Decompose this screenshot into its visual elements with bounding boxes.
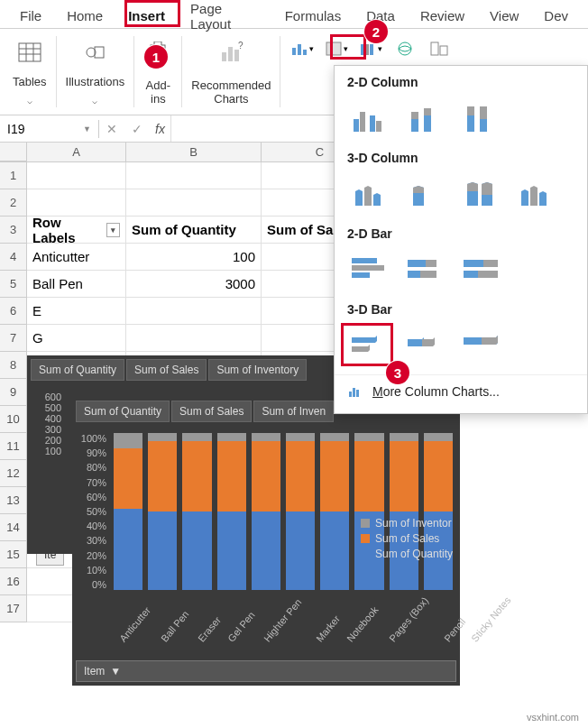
3d-stacked-bar-thumb[interactable] <box>403 327 448 364</box>
row-header[interactable]: 11 <box>0 433 27 460</box>
legend-button-sales[interactable]: Sum of Sales <box>126 359 207 381</box>
addins-label: Add- ins <box>146 78 170 106</box>
tick: 80% <box>76 462 106 473</box>
pivot-chart-2[interactable]: Sum of Quantity Sum of Sales Sum of Inve… <box>72 397 460 686</box>
pivot-chart-button[interactable] <box>427 38 452 60</box>
formula-cancel[interactable]: ✕ <box>99 122 124 136</box>
tab-page-layout[interactable]: Page Layout <box>178 0 272 35</box>
tab-view[interactable]: View <box>477 5 531 27</box>
clustered-bar-thumb[interactable] <box>347 252 392 288</box>
3d-clustered-column-thumb[interactable] <box>347 176 392 212</box>
cell[interactable] <box>126 298 262 325</box>
bar-segment <box>252 441 280 511</box>
cell[interactable]: E <box>27 298 126 325</box>
cell[interactable]: Anticutter <box>27 244 126 271</box>
3d-column-thumb[interactable] <box>515 176 560 212</box>
3d-100-stacked-column-thumb[interactable] <box>459 176 504 212</box>
tab-formulas[interactable]: Formulas <box>272 5 354 27</box>
3d-100-stacked-bar-thumb[interactable] <box>459 327 504 364</box>
fx-label[interactable]: fx <box>150 122 170 136</box>
col-header-b[interactable]: B <box>126 143 262 161</box>
legend-button-qty[interactable]: Sum of Quantity <box>76 401 170 422</box>
cell[interactable] <box>126 189 262 217</box>
cell[interactable]: G <box>27 325 126 352</box>
label: Row Labels <box>32 215 103 245</box>
3d-stacked-column-thumb[interactable] <box>403 176 448 212</box>
row-header[interactable]: 9 <box>0 379 27 406</box>
svg-rect-13 <box>292 48 296 55</box>
row-header[interactable]: 2 <box>0 189 27 217</box>
row-header[interactable]: 6 <box>0 298 27 325</box>
stacked-bar-thumb[interactable] <box>403 252 448 288</box>
cell[interactable]: 3000 <box>126 271 262 298</box>
globe-icon[interactable] <box>392 38 418 60</box>
cell[interactable]: Ball Pen <box>27 271 126 298</box>
legend-button-sales[interactable]: Sum of Sales <box>171 401 252 422</box>
tab-dev[interactable]: Dev <box>531 5 581 27</box>
row-header[interactable]: 16 <box>0 568 27 595</box>
row-header[interactable]: 10 <box>0 406 27 433</box>
row-header[interactable]: 12 <box>0 460 27 487</box>
pivot-rowlabels-header[interactable]: Row Labels▾ <box>27 217 126 244</box>
svg-rect-37 <box>352 272 370 278</box>
cell[interactable] <box>27 189 126 217</box>
filter-dropdown-icon[interactable]: ▾ <box>106 223 120 237</box>
y-axis: 600 500 400 300 200 100 <box>31 388 65 456</box>
ribbon-tabs: File Home Insert Page Layout Formulas Da… <box>0 0 588 29</box>
tab-review[interactable]: Review <box>408 5 477 27</box>
bar-stack <box>286 433 315 590</box>
legend-button-inv[interactable]: Sum of Inventory <box>208 359 307 381</box>
100-stacked-column-thumb[interactable] <box>459 100 504 136</box>
tick: 10% <box>76 565 106 576</box>
legend-button-qty[interactable]: Sum of Quantity <box>31 359 124 381</box>
bar-segment <box>320 441 349 511</box>
bar-segment <box>286 433 315 441</box>
col-header-a[interactable]: A <box>27 143 126 161</box>
cell[interactable] <box>27 162 126 189</box>
cell[interactable] <box>126 325 262 352</box>
row-header[interactable]: 7 <box>0 325 27 352</box>
row-header[interactable]: 17 <box>0 595 27 622</box>
tab-file[interactable]: File <box>7 5 54 27</box>
column-chart-button[interactable]: ▾ <box>289 38 315 60</box>
group-illustrations[interactable]: Illustrations ⌵ <box>57 36 135 107</box>
group-tables[interactable]: Tables ⌵ <box>4 36 57 107</box>
bar-segment <box>217 441 246 511</box>
recommended-charts-icon: ? <box>216 38 245 67</box>
row-header[interactable]: 3 <box>0 217 27 244</box>
more-column-charts[interactable]: More Column Charts... <box>335 374 587 408</box>
tick: 400 <box>31 413 61 424</box>
row-header[interactable]: 4 <box>0 244 27 271</box>
swatch-icon <box>361 534 370 543</box>
row-header[interactable]: 13 <box>0 487 27 514</box>
tables-icon <box>15 38 44 67</box>
cell[interactable] <box>126 162 262 189</box>
name-box[interactable]: I19 ▼ <box>0 120 99 138</box>
stacked-column-thumb[interactable] <box>403 100 448 136</box>
row-header[interactable]: 1 <box>0 162 27 189</box>
illustrations-label: Illustrations <box>66 75 125 88</box>
legend-button-inv[interactable]: Sum of Inven <box>253 401 334 422</box>
100-stacked-bar-thumb[interactable] <box>459 252 504 288</box>
row-header[interactable]: 14 <box>0 514 27 541</box>
row-header[interactable]: 15 <box>0 541 27 568</box>
row-header[interactable]: 5 <box>0 271 27 298</box>
svg-rect-26 <box>376 121 381 132</box>
svg-rect-46 <box>349 392 352 397</box>
clustered-column-thumb[interactable] <box>347 100 392 136</box>
bar-segment <box>424 441 453 511</box>
svg-rect-18 <box>365 44 369 55</box>
pivot-qty-header[interactable]: Sum of Quantity <box>126 217 262 244</box>
callout-badge-2: 2 <box>364 20 388 43</box>
group-recommended-charts[interactable]: ? Recommended Charts <box>182 36 280 107</box>
tick: 40% <box>76 521 106 531</box>
cell[interactable]: 100 <box>126 244 262 271</box>
svg-rect-48 <box>356 390 359 397</box>
svg-rect-38 <box>408 260 426 267</box>
select-all-corner[interactable] <box>0 143 27 161</box>
row-header[interactable]: 8 <box>0 352 27 379</box>
bar-segment <box>148 441 177 511</box>
formula-enter[interactable]: ✓ <box>124 122 150 136</box>
tab-home[interactable]: Home <box>54 5 115 27</box>
bar-stack <box>252 433 280 590</box>
